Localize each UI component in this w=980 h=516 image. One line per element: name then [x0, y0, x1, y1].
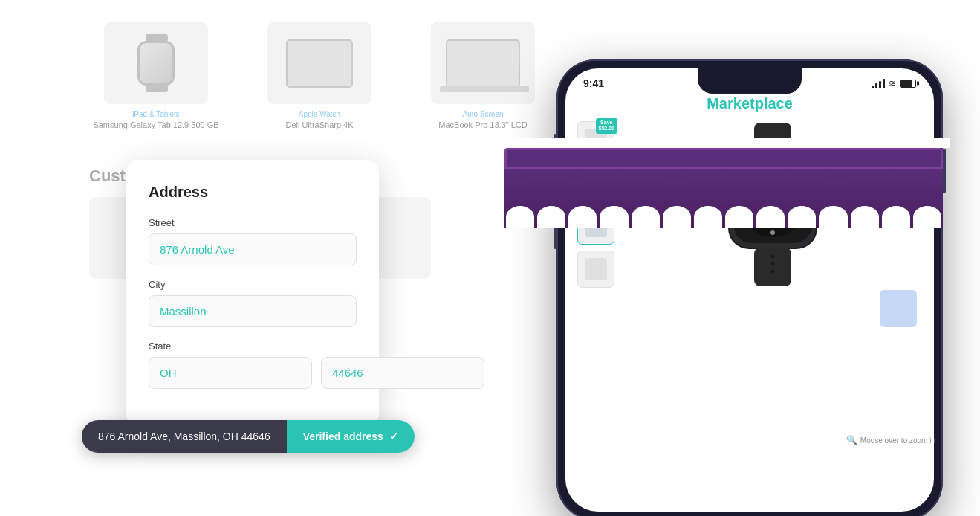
zoom-hint-text: Mouse over to zoom in — [860, 436, 935, 445]
scallop-13 — [913, 206, 941, 228]
scallop-11 — [851, 206, 879, 228]
signal-bar-3 — [879, 81, 881, 88]
street-input[interactable] — [149, 233, 357, 265]
signal-bar-1 — [872, 86, 874, 88]
scallop-12 — [882, 206, 910, 228]
scallop-0 — [506, 206, 534, 228]
bg-product-img-tablet — [267, 22, 371, 104]
scallop-4 — [632, 206, 660, 228]
laptop-shape-icon — [446, 39, 520, 88]
scallop-9 — [788, 206, 816, 228]
svg-point-6 — [770, 230, 775, 235]
signal-bars-icon — [872, 79, 885, 88]
bg-product-name-2: MacBook Pro 13.3" LCD — [438, 120, 527, 129]
state-zip-row — [149, 357, 357, 389]
svg-rect-15 — [754, 248, 791, 286]
awning-scallop-row — [504, 206, 943, 228]
address-bar-text: 876 Arnold Ave, Massillon, OH 44646 — [82, 420, 287, 453]
awning-main-body — [504, 169, 943, 228]
scallop-6 — [694, 206, 722, 228]
bg-category-screen: Auto Screen — [462, 110, 503, 118]
scallop-8 — [756, 206, 785, 228]
awning-border-top — [497, 138, 950, 148]
battery-fill — [901, 80, 912, 87]
battery-icon — [900, 80, 916, 88]
bg-product-img-laptop — [431, 22, 535, 104]
bg-product-laptop: Auto Screen MacBook Pro 13.3" LCD — [416, 22, 550, 129]
bg-product-watch: iPad & Tablets Samsung Galaxy Tab 12.9 5… — [89, 22, 223, 129]
state-label: State — [149, 341, 357, 352]
wifi-icon: ≋ — [889, 78, 896, 88]
phone-frame: 9:41 ≋ Marketplace — [556, 59, 943, 516]
status-time: 9:41 — [583, 77, 604, 89]
verified-label: Verified address — [303, 430, 383, 442]
signal-bar-2 — [875, 83, 877, 88]
svg-point-17 — [771, 262, 775, 266]
city-label: City — [149, 279, 357, 290]
state-form-group: State — [149, 341, 357, 389]
scallop-10 — [819, 206, 847, 228]
bg-category-tablets: iPad & Tablets — [132, 110, 180, 118]
phone-notch — [698, 68, 802, 94]
thumb-img-3 — [585, 258, 607, 280]
zoom-glass-icon: 🔍 — [846, 435, 857, 445]
svg-point-16 — [771, 255, 775, 259]
scallop-3 — [600, 206, 628, 228]
scallop-7 — [725, 206, 753, 228]
address-card-title: Address — [149, 184, 357, 201]
scallop-2 — [568, 206, 597, 228]
awning-top-bar — [504, 148, 943, 169]
svg-point-18 — [771, 270, 775, 274]
bg-product-tablet: Apple Watch Dell UltraSharp 4K — [253, 22, 386, 129]
city-form-group: City — [149, 279, 357, 327]
address-card: Address Street City State — [126, 160, 379, 426]
save-badge: Save $52.00 — [596, 118, 617, 134]
decorative-blue-square — [880, 290, 917, 327]
bg-product-name-1: Dell UltraSharp 4K — [285, 120, 353, 129]
signal-bar-4 — [883, 79, 885, 88]
scallop-5 — [663, 206, 691, 228]
city-input[interactable] — [149, 295, 357, 327]
scallop-1 — [537, 206, 565, 228]
phone-app-title: Marketplace — [565, 89, 934, 121]
status-icons: ≋ — [872, 78, 916, 88]
street-form-group: Street — [149, 217, 357, 265]
watch-shape-icon — [137, 41, 175, 86]
bg-product-img-watch — [104, 22, 208, 104]
verified-badge: Verified address ✓ — [287, 420, 415, 453]
verified-checkmark-icon: ✓ — [389, 430, 398, 442]
state-input[interactable] — [149, 357, 312, 389]
street-label: Street — [149, 217, 357, 228]
address-verification-bar: 876 Arnold Ave, Massillon, OH 44646 Veri… — [82, 420, 415, 453]
bg-product-name-0: Samsung Galaxy Tab 12.9 500 GB — [93, 120, 218, 129]
phone-thumb-3[interactable] — [577, 251, 614, 288]
zoom-hint: 🔍 Mouse over to zoom in — [846, 435, 935, 445]
zip-input[interactable] — [321, 357, 484, 389]
tablet-shape-icon — [286, 39, 353, 88]
bg-category-watch: Apple Watch — [299, 110, 340, 118]
store-awning — [497, 138, 950, 228]
